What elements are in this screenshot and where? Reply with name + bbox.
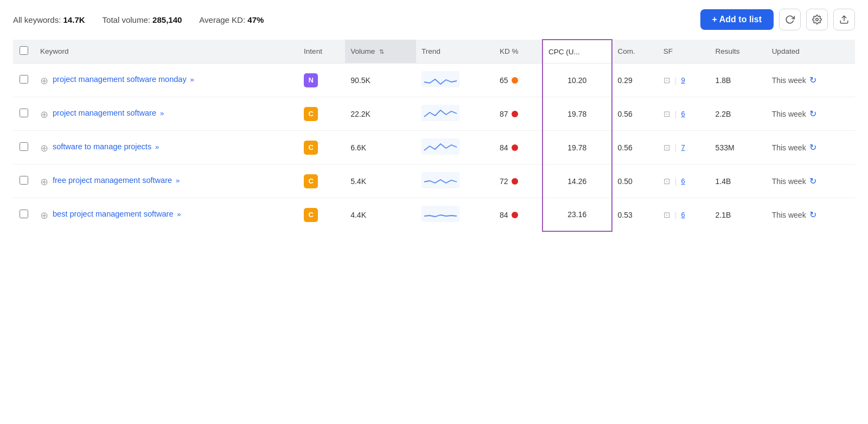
row-refresh-icon-0[interactable]: ↻	[809, 75, 816, 85]
sf-cell-2: ⊡ | 7	[658, 131, 710, 164]
sf-number-3[interactable]: 6	[681, 177, 685, 185]
com-cell-1: 0.56	[612, 97, 658, 131]
sf-icon-4: ⊡	[663, 210, 671, 220]
kd-dot-4	[512, 212, 518, 218]
col-header-volume[interactable]: Volume ⇅	[345, 40, 416, 64]
col-header-results: Results	[710, 40, 767, 64]
refresh-icon	[785, 15, 795, 24]
intent-cell-3: C	[298, 164, 345, 198]
results-cell-1: 2.2B	[710, 97, 767, 131]
volume-cell-2: 6.6K	[345, 131, 416, 164]
select-all-checkbox[interactable]	[20, 46, 28, 55]
row-refresh-icon-1[interactable]: ↻	[809, 109, 816, 119]
col-header-updated: Updated	[767, 40, 855, 64]
gear-icon	[812, 15, 822, 24]
row-checkbox-1[interactable]	[20, 109, 28, 117]
row-checkbox-cell	[13, 198, 35, 232]
table-row: ⊕ project management software monday » N…	[13, 64, 855, 97]
col-header-kd: KD %	[494, 40, 542, 64]
add-keyword-icon-1[interactable]: ⊕	[40, 109, 48, 121]
results-cell-4: 2.1B	[710, 198, 767, 232]
col-header-sf: SF	[658, 40, 710, 64]
keyword-arrows-3[interactable]: »	[176, 176, 180, 185]
sf-cell-4: ⊡ | 6	[658, 198, 710, 232]
com-cell-3: 0.50	[612, 164, 658, 198]
total-volume-stat: Total volume: 285,140	[103, 15, 182, 24]
row-checkbox-cell	[13, 131, 35, 164]
volume-cell-3: 5.4K	[345, 164, 416, 198]
add-to-list-button[interactable]: + Add to list	[700, 9, 774, 30]
keyword-arrows-2[interactable]: »	[155, 143, 159, 151]
cpc-cell-3: 14.26	[542, 164, 612, 198]
keyword-link-2[interactable]: software to manage projects	[53, 142, 151, 151]
table-row: ⊕ best project management software » C 4…	[13, 198, 855, 232]
volume-cell-4: 4.4K	[345, 198, 416, 232]
row-checkbox-4[interactable]	[20, 210, 28, 218]
results-cell-0: 1.8B	[710, 64, 767, 97]
all-keywords-stat: All keywords: 14.7K	[13, 15, 85, 24]
row-refresh-icon-4[interactable]: ↻	[809, 210, 816, 220]
keyword-link-3[interactable]: free project management software	[53, 176, 172, 185]
row-refresh-icon-2[interactable]: ↻	[809, 142, 816, 153]
cpc-cell-1: 19.78	[542, 97, 612, 131]
col-header-cpc: CPC (U...	[542, 40, 612, 64]
refresh-button[interactable]	[779, 9, 801, 30]
kd-cell-4: 84	[494, 198, 542, 232]
svg-rect-6	[422, 206, 459, 222]
kd-cell-1: 87	[494, 97, 542, 131]
col-header-checkbox	[13, 40, 35, 64]
sf-number-4[interactable]: 6	[681, 211, 685, 219]
sf-icon-2: ⊡	[663, 143, 671, 153]
volume-cell-1: 22.2K	[345, 97, 416, 131]
intent-badge-3: C	[304, 174, 318, 188]
col-header-trend: Trend	[416, 40, 494, 64]
com-cell-0: 0.29	[612, 64, 658, 97]
kd-cell-3: 72	[494, 164, 542, 198]
keyword-link-0[interactable]: project management software monday	[53, 75, 187, 84]
row-checkbox-0[interactable]	[20, 75, 28, 84]
row-checkbox-2[interactable]	[20, 142, 28, 151]
row-refresh-icon-3[interactable]: ↻	[809, 176, 816, 186]
settings-button[interactable]	[806, 9, 828, 30]
svg-rect-2	[422, 71, 459, 87]
sf-icon-0: ⊡	[663, 75, 671, 85]
add-keyword-icon-4[interactable]: ⊕	[40, 210, 48, 222]
avg-kd-stat: Average KD: 47%	[199, 15, 264, 24]
cpc-cell-0: 10.20	[542, 64, 612, 97]
svg-rect-3	[422, 105, 459, 121]
trend-cell-4	[416, 198, 494, 232]
intent-cell-4: C	[298, 198, 345, 232]
updated-cell-4: This week ↻	[767, 198, 855, 232]
add-keyword-icon-3[interactable]: ⊕	[40, 176, 48, 188]
keywords-table: Keyword Intent Volume ⇅ Trend KD % CPC (…	[13, 39, 855, 232]
keyword-cell-3: ⊕ free project management software »	[35, 164, 298, 198]
export-button[interactable]	[833, 9, 855, 30]
sf-cell-0: ⊡ | 9	[658, 64, 710, 97]
com-cell-2: 0.56	[612, 131, 658, 164]
action-buttons: + Add to list	[700, 9, 855, 30]
intent-cell-0: N	[298, 64, 345, 97]
add-keyword-icon-2[interactable]: ⊕	[40, 142, 48, 154]
keyword-link-4[interactable]: best project management software	[53, 210, 173, 218]
table-row: ⊕ free project management software » C 5…	[13, 164, 855, 198]
keyword-arrows-0[interactable]: »	[190, 75, 194, 84]
intent-badge-4: C	[304, 208, 318, 222]
keyword-link-1[interactable]: project management software	[53, 109, 156, 117]
row-checkbox-3[interactable]	[20, 176, 28, 185]
col-header-intent: Intent	[298, 40, 345, 64]
keyword-arrows-1[interactable]: »	[160, 109, 164, 117]
keyword-cell-0: ⊕ project management software monday »	[35, 64, 298, 97]
trend-cell-1	[416, 97, 494, 131]
sf-number-1[interactable]: 6	[681, 110, 685, 118]
results-cell-2: 533M	[710, 131, 767, 164]
sf-number-2[interactable]: 7	[681, 143, 685, 151]
keyword-arrows-4[interactable]: »	[177, 210, 181, 218]
add-keyword-icon-0[interactable]: ⊕	[40, 75, 48, 87]
kd-dot-0	[512, 77, 518, 84]
com-cell-4: 0.53	[612, 198, 658, 232]
svg-rect-4	[422, 138, 459, 155]
intent-cell-2: C	[298, 131, 345, 164]
trend-cell-3	[416, 164, 494, 198]
main-container: All keywords: 14.7K Total volume: 285,14…	[0, 0, 868, 241]
sf-number-0[interactable]: 9	[681, 76, 685, 84]
